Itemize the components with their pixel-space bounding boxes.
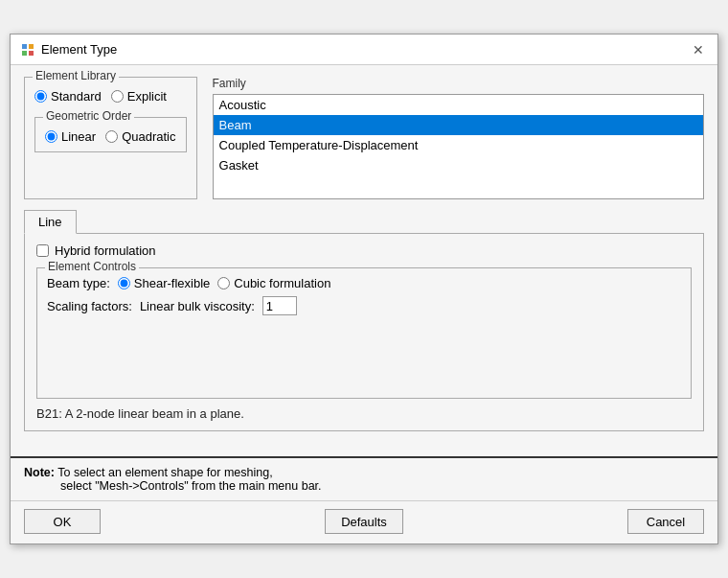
tabs-section: Line Hybrid formulation Element Controls… <box>24 209 704 431</box>
dialog-body: Element Library Standard Explicit Geomet… <box>11 65 717 452</box>
family-list-container: Acoustic Beam Coupled Temperature-Displa… <box>213 94 704 199</box>
quadratic-radio[interactable] <box>105 130 118 143</box>
scaling-factors-row: Scaling factors: Linear bulk viscosity: <box>47 296 681 315</box>
title-bar: Element Type ✕ <box>11 35 717 65</box>
close-button[interactable]: ✕ <box>689 40 708 59</box>
cubic-formulation-radio[interactable] <box>217 277 230 289</box>
svg-rect-1 <box>29 44 34 49</box>
geometric-order-label: Geometric Order <box>43 109 134 123</box>
quadratic-radio-label[interactable]: Quadratic <box>105 129 175 144</box>
scaling-factors-label: Scaling factors: <box>47 299 132 313</box>
hybrid-formulation-checkbox[interactable] <box>36 244 49 257</box>
family-item-coupled[interactable]: Coupled Temperature-Displacement <box>214 135 703 155</box>
shear-flexible-label[interactable]: Shear-flexible <box>118 276 211 290</box>
quadratic-label: Quadratic <box>122 129 175 144</box>
hybrid-row: Hybrid formulation <box>36 243 692 258</box>
controls-spacer <box>47 321 681 388</box>
family-section: Family Acoustic Beam Coupled Temperature… <box>213 77 704 199</box>
cubic-formulation-label[interactable]: Cubic formulation <box>217 276 330 290</box>
description-row: B21: A 2-node linear beam in a plane. <box>36 406 692 421</box>
explicit-radio[interactable] <box>111 90 124 103</box>
note-line1: To select an element shape for meshing, <box>57 466 272 479</box>
dialog-title: Element Type <box>41 42 117 57</box>
linear-bulk-viscosity-label: Linear bulk viscosity: <box>140 299 255 313</box>
element-type-dialog: Element Type ✕ Element Library Standard … <box>10 34 718 544</box>
svg-rect-2 <box>22 51 27 56</box>
hybrid-formulation-label: Hybrid formulation <box>55 243 156 258</box>
shear-flexible-text: Shear-flexible <box>134 276 211 290</box>
family-item-gasket[interactable]: Gasket <box>214 155 703 175</box>
defaults-button[interactable]: Defaults <box>325 509 403 534</box>
element-library-label: Element Library <box>33 69 119 82</box>
family-label: Family <box>213 77 704 90</box>
standard-radio[interactable] <box>34 90 47 103</box>
cubic-formulation-text: Cubic formulation <box>234 276 330 290</box>
shear-flexible-radio[interactable] <box>118 277 130 289</box>
family-item-acoustic[interactable]: Acoustic <box>214 95 703 115</box>
explicit-radio-label[interactable]: Explicit <box>111 89 167 104</box>
ok-button[interactable]: OK <box>24 509 101 534</box>
beam-type-row: Beam type: Shear-flexible Cubic formulat… <box>47 276 681 290</box>
family-list[interactable]: Acoustic Beam Coupled Temperature-Displa… <box>213 94 704 199</box>
tab-content: Hybrid formulation Element Controls Beam… <box>24 234 704 431</box>
linear-radio[interactable] <box>45 130 57 143</box>
geometric-order-radio-row: Linear Quadratic <box>45 129 176 144</box>
description-text: B21: A 2-node linear beam in a plane. <box>36 406 244 421</box>
dialog-icon <box>20 42 35 58</box>
element-controls-group: Element Controls Beam type: Shear-flexib… <box>36 267 692 399</box>
tab-line[interactable]: Line <box>24 210 77 234</box>
element-library-radio-row: Standard Explicit <box>34 89 187 104</box>
explicit-label: Explicit <box>127 89 167 104</box>
family-item-beam[interactable]: Beam <box>214 115 703 135</box>
element-controls-label: Element Controls <box>45 260 139 273</box>
linear-bulk-viscosity-input[interactable] <box>262 296 297 315</box>
note-prefix: Note: <box>24 466 55 479</box>
linear-radio-label[interactable]: Linear <box>45 129 96 144</box>
standard-radio-label[interactable]: Standard <box>34 89 102 104</box>
note-line2: select "Mesh->Controls" from the main me… <box>60 479 322 493</box>
beam-type-label: Beam type: <box>47 276 110 290</box>
svg-rect-3 <box>29 51 34 56</box>
title-bar-left: Element Type <box>20 42 117 58</box>
linear-label: Linear <box>61 129 96 144</box>
note-section: Note: To select an element shape for mes… <box>11 456 717 500</box>
standard-label: Standard <box>51 89 102 104</box>
top-row: Element Library Standard Explicit Geomet… <box>24 77 704 199</box>
svg-rect-0 <box>22 44 27 49</box>
element-library-group: Element Library Standard Explicit Geomet… <box>24 77 197 199</box>
tab-bar: Line <box>24 209 704 234</box>
button-row: OK Defaults Cancel <box>11 500 717 543</box>
cancel-button[interactable]: Cancel <box>627 509 704 534</box>
